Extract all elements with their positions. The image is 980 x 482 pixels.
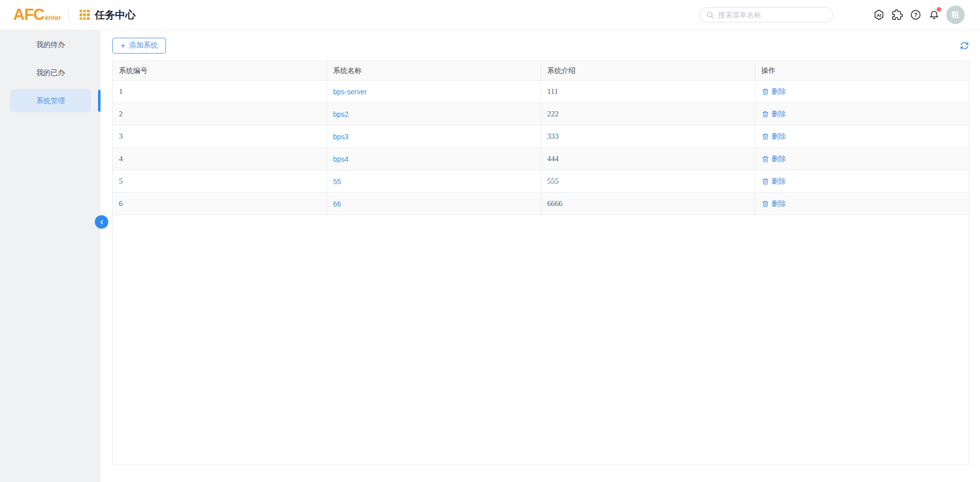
sidebar-item-2[interactable]: 我的已办 xyxy=(10,61,91,84)
trash-icon xyxy=(762,110,769,118)
cell-actions: 删除 xyxy=(755,148,969,170)
delete-button[interactable]: 删除 xyxy=(762,132,786,141)
menu-search-box[interactable] xyxy=(699,7,833,22)
cell-system-id: 3 xyxy=(113,125,327,147)
delete-button[interactable]: 删除 xyxy=(762,110,786,119)
add-system-button[interactable]: + 添加系统 xyxy=(112,38,166,54)
search-icon xyxy=(706,11,714,19)
cell-actions: 删除 xyxy=(755,125,969,147)
add-system-label: 添加系统 xyxy=(129,41,158,50)
cell-system-id: 6 xyxy=(113,193,327,215)
top-bar: AFC enter 任务中心 AI xyxy=(0,0,980,30)
delete-button[interactable]: 删除 xyxy=(762,155,786,164)
puzzle-icon xyxy=(892,9,903,20)
system-name-link[interactable]: bps-server xyxy=(333,88,367,96)
delete-label: 删除 xyxy=(772,110,786,119)
table-row: 2bps2222删除 xyxy=(113,103,969,125)
trash-icon xyxy=(762,88,769,95)
column-header: 操作 xyxy=(755,61,969,80)
trash-icon xyxy=(762,177,769,185)
svg-text:AI: AI xyxy=(877,13,881,18)
cell-actions: 删除 xyxy=(755,170,969,192)
notifications-button[interactable] xyxy=(928,9,940,21)
delete-label: 删除 xyxy=(772,87,786,96)
cell-system-desc: 111 xyxy=(541,81,755,103)
delete-label: 删除 xyxy=(772,199,786,209)
sidebar-item-3[interactable]: 系统管理 xyxy=(10,89,91,112)
trash-icon xyxy=(762,133,769,140)
page-title: 任务中心 xyxy=(95,8,136,22)
search-input[interactable] xyxy=(718,11,826,19)
plugins-button[interactable] xyxy=(891,9,903,21)
app-logo[interactable]: AFC enter xyxy=(13,6,61,24)
table-row: 1bps-server111删除 xyxy=(113,81,969,103)
cell-system-name: bps3 xyxy=(327,125,542,147)
system-name-link[interactable]: bps2 xyxy=(333,110,349,118)
notification-badge xyxy=(937,7,941,12)
cell-system-name: bps-server xyxy=(327,81,542,103)
cell-system-desc: 6666 xyxy=(541,193,755,215)
system-name-link[interactable]: bps4 xyxy=(333,155,349,163)
cell-system-name: 66 xyxy=(327,193,542,215)
trash-icon xyxy=(762,200,769,208)
system-name-link[interactable]: 66 xyxy=(333,200,341,208)
question-icon: ? xyxy=(910,9,921,20)
sidebar-item-label: 我的待办 xyxy=(36,40,65,49)
plus-icon: + xyxy=(120,41,126,50)
refresh-button[interactable] xyxy=(959,40,969,50)
avatar-initial: 租 xyxy=(951,10,960,20)
sidebar-item-1[interactable]: 我的待办 xyxy=(10,33,91,56)
chevron-left-icon xyxy=(99,219,105,225)
ai-icon: AI xyxy=(873,9,885,21)
sidebar-menu: 我的待办我的已办系统管理 xyxy=(0,33,101,112)
cell-actions: 删除 xyxy=(755,81,969,103)
systems-table: 系统编号系统名称系统介绍操作 1bps-server111删除2bps2222删… xyxy=(112,61,969,465)
sidebar-item-label: 我的已办 xyxy=(36,68,65,78)
cell-system-id: 1 xyxy=(113,81,327,103)
table-body: 1bps-server111删除2bps2222删除3bps3333删除4bps… xyxy=(113,81,969,215)
system-name-link[interactable]: bps3 xyxy=(333,133,349,141)
column-header: 系统编号 xyxy=(113,61,327,80)
apps-grid-icon[interactable] xyxy=(80,10,90,20)
column-header: 系统介绍 xyxy=(541,61,755,80)
cell-system-id: 2 xyxy=(113,103,327,125)
cell-system-desc: 222 xyxy=(541,103,755,125)
cell-system-name: 55 xyxy=(327,170,542,192)
header-divider xyxy=(68,9,69,21)
svg-text:?: ? xyxy=(914,12,918,18)
system-name-link[interactable]: 55 xyxy=(333,177,341,186)
sidebar-collapse-button[interactable] xyxy=(95,215,108,229)
logo-subtext: enter xyxy=(45,14,61,21)
delete-button[interactable]: 删除 xyxy=(762,87,786,96)
table-row: 3bps3333删除 xyxy=(113,125,969,148)
help-button[interactable]: ? xyxy=(910,9,922,21)
cell-actions: 删除 xyxy=(755,193,969,215)
delete-label: 删除 xyxy=(772,132,786,141)
cell-system-desc: 444 xyxy=(541,148,755,170)
table-row: 6666666删除 xyxy=(113,193,969,215)
cell-system-id: 4 xyxy=(113,148,327,170)
cell-system-name: bps4 xyxy=(327,148,542,170)
trash-icon xyxy=(762,155,769,163)
cell-system-id: 5 xyxy=(113,170,327,192)
delete-label: 删除 xyxy=(772,155,786,164)
cell-system-name: bps2 xyxy=(327,103,542,125)
refresh-icon xyxy=(960,41,969,50)
delete-label: 删除 xyxy=(772,177,786,186)
cell-system-desc: 555 xyxy=(541,170,755,192)
sidebar: 我的待办我的已办系统管理 xyxy=(0,30,101,482)
delete-button[interactable]: 删除 xyxy=(762,177,786,186)
sidebar-item-label: 系统管理 xyxy=(36,96,65,106)
delete-button[interactable]: 删除 xyxy=(762,199,786,209)
column-header: 系统名称 xyxy=(327,61,542,80)
table-row: 555555删除 xyxy=(113,170,969,193)
table-header: 系统编号系统名称系统介绍操作 xyxy=(113,61,969,81)
cell-actions: 删除 xyxy=(755,103,969,125)
ai-assistant-button[interactable]: AI xyxy=(873,9,885,21)
logo-text: AFC xyxy=(13,6,44,24)
table-row: 4bps4444删除 xyxy=(113,148,969,170)
user-avatar[interactable]: 租 xyxy=(946,6,965,24)
cell-system-desc: 333 xyxy=(541,125,755,147)
main-content: + 添加系统 系统编号系统名称系统介绍操作 1bps-server111删除2b… xyxy=(101,30,980,482)
toolbar: + 添加系统 xyxy=(112,35,969,56)
